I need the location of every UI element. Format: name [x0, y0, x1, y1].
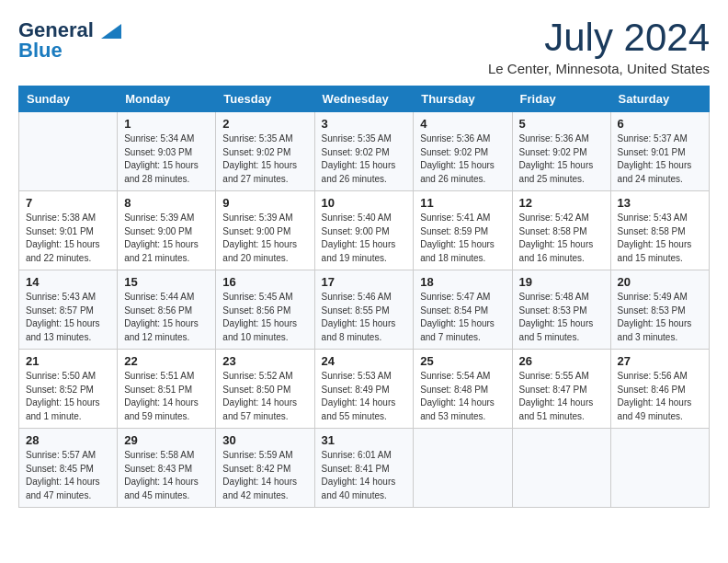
calendar-table: SundayMondayTuesdayWednesdayThursdayFrid…	[18, 86, 710, 508]
calendar-cell: 25Sunrise: 5:54 AM Sunset: 8:48 PM Dayli…	[414, 350, 512, 429]
day-info: Sunrise: 5:42 AM Sunset: 8:58 PM Dayligh…	[519, 212, 604, 265]
day-number: 11	[420, 196, 505, 210]
logo: General Blue	[18, 18, 121, 62]
calendar-cell: 6Sunrise: 5:37 AM Sunset: 9:01 PM Daylig…	[610, 112, 709, 191]
day-info: Sunrise: 5:37 AM Sunset: 9:01 PM Dayligh…	[618, 132, 702, 186]
day-info: Sunrise: 5:36 AM Sunset: 9:02 PM Dayligh…	[420, 132, 505, 186]
day-number: 21	[26, 354, 110, 368]
calendar-cell: 2Sunrise: 5:35 AM Sunset: 9:02 PM Daylig…	[216, 112, 314, 191]
calendar-cell: 9Sunrise: 5:39 AM Sunset: 9:00 PM Daylig…	[216, 191, 314, 270]
calendar-cell: 27Sunrise: 5:56 AM Sunset: 8:46 PM Dayli…	[610, 350, 709, 429]
day-number: 31	[322, 433, 407, 447]
day-number: 27	[618, 354, 702, 368]
day-info: Sunrise: 5:43 AM Sunset: 8:57 PM Dayligh…	[26, 291, 110, 344]
svg-marker-0	[101, 24, 121, 39]
day-info: Sunrise: 5:51 AM Sunset: 8:51 PM Dayligh…	[124, 370, 209, 423]
day-info: Sunrise: 5:56 AM Sunset: 8:46 PM Dayligh…	[618, 370, 702, 423]
calendar-week-1: 1Sunrise: 5:34 AM Sunset: 9:03 PM Daylig…	[19, 112, 710, 191]
day-number: 3	[322, 117, 407, 131]
calendar-cell: 22Sunrise: 5:51 AM Sunset: 8:51 PM Dayli…	[118, 350, 216, 429]
logo-icon	[101, 24, 121, 39]
calendar-cell: 8Sunrise: 5:39 AM Sunset: 9:00 PM Daylig…	[118, 191, 216, 270]
day-number: 22	[124, 354, 209, 368]
calendar-cell: 15Sunrise: 5:44 AM Sunset: 8:56 PM Dayli…	[118, 270, 216, 350]
day-info: Sunrise: 5:35 AM Sunset: 9:02 PM Dayligh…	[322, 132, 407, 186]
calendar-cell: 18Sunrise: 5:47 AM Sunset: 8:54 PM Dayli…	[414, 270, 512, 350]
title-block: July 2024 Le Center, Minnesota, United S…	[488, 18, 710, 76]
calendar-cell: 4Sunrise: 5:36 AM Sunset: 9:02 PM Daylig…	[414, 112, 512, 191]
calendar-week-3: 14Sunrise: 5:43 AM Sunset: 8:57 PM Dayli…	[19, 270, 710, 350]
day-number: 2	[222, 117, 307, 131]
calendar-cell: 26Sunrise: 5:55 AM Sunset: 8:47 PM Dayli…	[512, 350, 610, 429]
day-number: 20	[618, 275, 702, 289]
day-number: 19	[519, 275, 604, 289]
day-info: Sunrise: 5:38 AM Sunset: 9:01 PM Dayligh…	[26, 212, 110, 265]
day-number: 1	[124, 117, 209, 131]
calendar-cell: 17Sunrise: 5:46 AM Sunset: 8:55 PM Dayli…	[314, 270, 414, 350]
calendar-cell: 14Sunrise: 5:43 AM Sunset: 8:57 PM Dayli…	[19, 270, 118, 350]
day-info: Sunrise: 5:43 AM Sunset: 8:58 PM Dayligh…	[618, 212, 702, 265]
day-info: Sunrise: 5:35 AM Sunset: 9:02 PM Dayligh…	[222, 132, 307, 186]
calendar-week-4: 21Sunrise: 5:50 AM Sunset: 8:52 PM Dayli…	[19, 350, 710, 429]
calendar-cell: 28Sunrise: 5:57 AM Sunset: 8:45 PM Dayli…	[19, 429, 118, 508]
day-number: 30	[222, 433, 307, 447]
calendar-cell: 10Sunrise: 5:40 AM Sunset: 9:00 PM Dayli…	[314, 191, 414, 270]
day-number: 6	[618, 117, 702, 131]
calendar-cell: 23Sunrise: 5:52 AM Sunset: 8:50 PM Dayli…	[216, 350, 314, 429]
day-number: 24	[322, 354, 407, 368]
day-info: Sunrise: 5:36 AM Sunset: 9:02 PM Dayligh…	[519, 132, 604, 186]
day-number: 29	[124, 433, 209, 447]
calendar-cell: 13Sunrise: 5:43 AM Sunset: 8:58 PM Dayli…	[610, 191, 709, 270]
col-header-friday: Friday	[512, 86, 610, 112]
col-header-saturday: Saturday	[610, 86, 709, 112]
month-title: July 2024	[488, 18, 710, 57]
day-number: 25	[420, 354, 505, 368]
day-number: 28	[26, 433, 110, 447]
day-number: 17	[322, 275, 407, 289]
day-number: 14	[26, 275, 110, 289]
col-header-sunday: Sunday	[19, 86, 118, 112]
day-number: 9	[222, 196, 307, 210]
day-info: Sunrise: 5:57 AM Sunset: 8:45 PM Dayligh…	[26, 449, 110, 502]
day-number: 18	[420, 275, 505, 289]
calendar-cell: 1Sunrise: 5:34 AM Sunset: 9:03 PM Daylig…	[118, 112, 216, 191]
day-info: Sunrise: 5:34 AM Sunset: 9:03 PM Dayligh…	[124, 132, 209, 186]
logo-blue: Blue	[18, 40, 63, 62]
day-number: 23	[222, 354, 307, 368]
calendar-week-2: 7Sunrise: 5:38 AM Sunset: 9:01 PM Daylig…	[19, 191, 710, 270]
day-info: Sunrise: 5:52 AM Sunset: 8:50 PM Dayligh…	[222, 370, 307, 423]
calendar-cell	[19, 112, 118, 191]
calendar-cell: 31Sunrise: 6:01 AM Sunset: 8:41 PM Dayli…	[314, 429, 414, 508]
calendar-cell	[414, 429, 512, 508]
calendar-cell: 16Sunrise: 5:45 AM Sunset: 8:56 PM Dayli…	[216, 270, 314, 350]
calendar-cell: 24Sunrise: 5:53 AM Sunset: 8:49 PM Dayli…	[314, 350, 414, 429]
calendar-cell: 11Sunrise: 5:41 AM Sunset: 8:59 PM Dayli…	[414, 191, 512, 270]
day-info: Sunrise: 5:55 AM Sunset: 8:47 PM Dayligh…	[519, 370, 604, 423]
calendar-cell: 19Sunrise: 5:48 AM Sunset: 8:53 PM Dayli…	[512, 270, 610, 350]
day-number: 13	[618, 196, 702, 210]
calendar-cell: 7Sunrise: 5:38 AM Sunset: 9:01 PM Daylig…	[19, 191, 118, 270]
calendar-cell: 20Sunrise: 5:49 AM Sunset: 8:53 PM Dayli…	[610, 270, 709, 350]
day-info: Sunrise: 5:41 AM Sunset: 8:59 PM Dayligh…	[420, 212, 505, 265]
day-info: Sunrise: 5:39 AM Sunset: 9:00 PM Dayligh…	[124, 212, 209, 265]
calendar-week-5: 28Sunrise: 5:57 AM Sunset: 8:45 PM Dayli…	[19, 429, 710, 508]
location: Le Center, Minnesota, United States	[488, 61, 710, 76]
day-info: Sunrise: 5:44 AM Sunset: 8:56 PM Dayligh…	[124, 291, 209, 344]
day-info: Sunrise: 5:48 AM Sunset: 8:53 PM Dayligh…	[519, 291, 604, 344]
day-info: Sunrise: 5:46 AM Sunset: 8:55 PM Dayligh…	[322, 291, 407, 344]
calendar-cell: 3Sunrise: 5:35 AM Sunset: 9:02 PM Daylig…	[314, 112, 414, 191]
day-number: 12	[519, 196, 604, 210]
day-number: 8	[124, 196, 209, 210]
col-header-wednesday: Wednesday	[314, 86, 414, 112]
day-info: Sunrise: 5:45 AM Sunset: 8:56 PM Dayligh…	[222, 291, 307, 344]
day-number: 16	[222, 275, 307, 289]
day-info: Sunrise: 5:40 AM Sunset: 9:00 PM Dayligh…	[322, 212, 407, 265]
calendar-cell: 21Sunrise: 5:50 AM Sunset: 8:52 PM Dayli…	[19, 350, 118, 429]
calendar-cell: 5Sunrise: 5:36 AM Sunset: 9:02 PM Daylig…	[512, 112, 610, 191]
day-info: Sunrise: 6:01 AM Sunset: 8:41 PM Dayligh…	[322, 449, 407, 502]
day-number: 26	[519, 354, 604, 368]
col-header-thursday: Thursday	[414, 86, 512, 112]
day-number: 10	[322, 196, 407, 210]
calendar-cell	[610, 429, 709, 508]
day-number: 15	[124, 275, 209, 289]
